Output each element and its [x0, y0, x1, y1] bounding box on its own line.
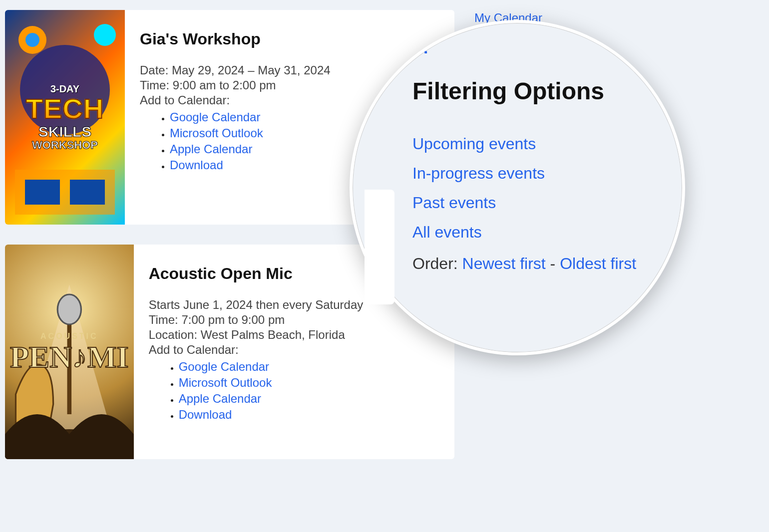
- svg-point-3: [94, 24, 116, 46]
- google-calendar-link[interactable]: Google Calendar: [179, 360, 269, 373]
- calendar-links: Google Calendar Microsoft Outlook Apple …: [149, 360, 439, 422]
- google-calendar-link[interactable]: Google Calendar: [170, 110, 260, 124]
- filter-all[interactable]: All events: [412, 223, 672, 242]
- outlook-calendar-link[interactable]: Microsoft Outlook: [179, 376, 272, 389]
- card-edge-peek: [365, 190, 394, 304]
- event-time: Time: 7:00 pm to 9:00 pm: [149, 313, 439, 327]
- svg-point-2: [25, 33, 39, 47]
- poster-title: PEN♪MI: [10, 341, 129, 373]
- poster-line2: SKILLS: [26, 124, 104, 140]
- poster-line3: WORKSHOP: [26, 139, 104, 151]
- magnifier-overlay: ··: Filtering Options Upcoming events In…: [350, 20, 679, 349]
- order-newest-link[interactable]: Newest first: [462, 255, 546, 272]
- filter-past[interactable]: Past events: [412, 194, 672, 212]
- filter-in-progress[interactable]: In-progress events: [412, 164, 672, 183]
- filtering-options-heading: Filtering Options: [412, 77, 672, 105]
- order-label: Order:: [412, 255, 462, 272]
- filter-upcoming[interactable]: Upcoming events: [412, 135, 672, 153]
- event-location: Location: West Palms Beach, Florida: [149, 328, 439, 342]
- add-to-calendar-label: Add to Calendar:: [149, 343, 439, 357]
- order-oldest-link[interactable]: Oldest first: [560, 255, 636, 272]
- order-separator: -: [546, 255, 560, 272]
- event-thumbnail: ACOUSTIC PEN♪MI: [5, 245, 134, 459]
- apple-calendar-link[interactable]: Apple Calendar: [170, 142, 252, 156]
- svg-point-9: [57, 294, 81, 324]
- order-row: Order: Newest first - Oldest first: [412, 255, 672, 273]
- outlook-calendar-link[interactable]: Microsoft Outlook: [170, 126, 263, 140]
- poster-title: TECH: [26, 94, 104, 124]
- event-thumbnail: 3-DAY TECH SKILLS WORKSHOP: [5, 10, 125, 225]
- apple-calendar-link[interactable]: Apple Calendar: [179, 392, 261, 405]
- svg-rect-6: [70, 180, 105, 205]
- download-calendar-link[interactable]: Download: [170, 158, 223, 172]
- svg-rect-5: [25, 180, 60, 205]
- event-title: Gia's Workshop: [140, 30, 439, 48]
- download-calendar-link[interactable]: Download: [179, 408, 232, 421]
